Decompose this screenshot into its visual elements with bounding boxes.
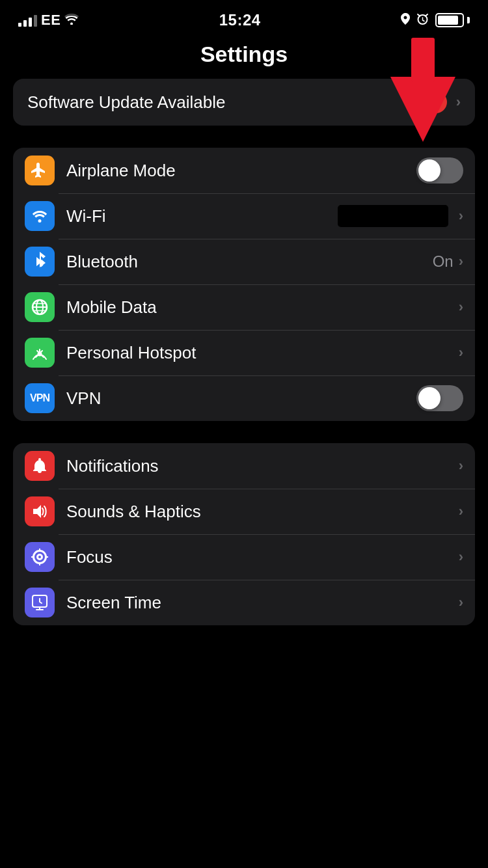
hotspot-chevron-container: ›: [459, 344, 463, 361]
wifi-chevron: ›: [459, 208, 463, 224]
svg-rect-11: [39, 563, 40, 565]
location-icon: [401, 13, 410, 28]
status-left: EE: [18, 12, 79, 29]
focus-row[interactable]: Focus ›: [13, 534, 475, 580]
update-chevron: ›: [456, 94, 461, 111]
airplane-mode-toggle[interactable]: [416, 157, 463, 183]
sounds-haptics-row[interactable]: Sounds & Haptics ›: [13, 489, 475, 534]
notifications-chevron-container: ›: [459, 457, 463, 474]
wifi-label: Wi-Fi: [66, 206, 338, 226]
sounds-haptics-label: Sounds & Haptics: [66, 502, 459, 522]
sounds-chevron: ›: [459, 503, 463, 520]
svg-rect-12: [31, 556, 34, 558]
personal-hotspot-label: Personal Hotspot: [66, 343, 459, 363]
screen-time-chevron-container: ›: [459, 594, 463, 611]
bluetooth-label: Bluetooth: [66, 252, 433, 272]
hotspot-chevron: ›: [459, 344, 463, 361]
notifications-row[interactable]: Notifications ›: [13, 443, 475, 489]
hotspot-icon: [25, 338, 55, 368]
personal-hotspot-row[interactable]: Personal Hotspot ›: [13, 330, 475, 375]
vpn-toggle[interactable]: [416, 385, 463, 411]
focus-label: Focus: [66, 547, 459, 567]
svg-marker-9: [33, 505, 41, 518]
carrier-label: EE: [41, 12, 61, 29]
airplane-mode-icon: [25, 156, 55, 185]
status-bar: EE 15:24: [0, 0, 488, 35]
notifications-label: Notifications: [66, 456, 459, 476]
bluetooth-chevron: ›: [459, 253, 463, 270]
alarm-icon: [416, 12, 429, 28]
focus-chevron-container: ›: [459, 549, 463, 565]
mobile-data-icon: [25, 292, 55, 322]
focus-chevron: ›: [459, 549, 463, 565]
mobile-data-chevron: ›: [459, 299, 463, 316]
mobile-data-chevron-container: ›: [459, 299, 463, 316]
status-time: 15:24: [219, 11, 261, 29]
bluetooth-status: On: [433, 252, 454, 271]
wifi-row[interactable]: Wi-Fi ›: [13, 193, 475, 239]
system-section: Notifications › Sounds & Haptics ›: [13, 443, 475, 625]
screen-time-row[interactable]: Screen Time ›: [13, 580, 475, 625]
airplane-mode-label: Airplane Mode: [66, 161, 416, 181]
settings-content: Software Update Available 1 › Airplane M…: [0, 79, 488, 625]
sounds-chevron-container: ›: [459, 503, 463, 520]
mobile-data-row[interactable]: Mobile Data ›: [13, 284, 475, 330]
notifications-chevron: ›: [459, 457, 463, 474]
airplane-mode-toggle-container[interactable]: [416, 157, 463, 183]
status-right: [401, 12, 470, 28]
software-update-row[interactable]: Software Update Available 1 ›: [13, 79, 475, 126]
wifi-status-icon: [64, 13, 79, 28]
screen-time-chevron: ›: [459, 594, 463, 611]
notifications-icon: [25, 451, 55, 481]
airplane-mode-row[interactable]: Airplane Mode: [13, 148, 475, 193]
screen-time-icon: [25, 588, 55, 617]
sounds-haptics-icon: [25, 496, 55, 526]
svg-rect-10: [39, 549, 40, 551]
svg-rect-13: [46, 556, 48, 558]
bluetooth-row[interactable]: Bluetooth On ›: [13, 239, 475, 284]
network-section: Airplane Mode Wi-Fi ›: [13, 148, 475, 421]
page-title: Settings: [200, 42, 288, 66]
focus-icon: [25, 542, 55, 572]
signal-bars: [18, 14, 37, 27]
wifi-value-container: ›: [338, 205, 463, 227]
update-label: Software Update Available: [27, 92, 425, 113]
wifi-network-redacted: [338, 205, 448, 227]
update-badge: 1: [425, 91, 447, 113]
mobile-data-label: Mobile Data: [66, 297, 459, 318]
vpn-row[interactable]: VPN VPN: [13, 375, 475, 421]
page-header: Settings: [0, 35, 488, 79]
wifi-icon: [25, 201, 55, 231]
bluetooth-icon: [25, 247, 55, 277]
screen-time-label: Screen Time: [66, 593, 459, 613]
bluetooth-value-container: On ›: [433, 252, 463, 271]
vpn-toggle-container[interactable]: [416, 385, 463, 411]
update-section[interactable]: Software Update Available 1 ›: [13, 79, 475, 126]
battery-indicator: [435, 13, 470, 27]
vpn-icon: VPN: [25, 383, 55, 413]
vpn-label: VPN: [66, 388, 416, 409]
